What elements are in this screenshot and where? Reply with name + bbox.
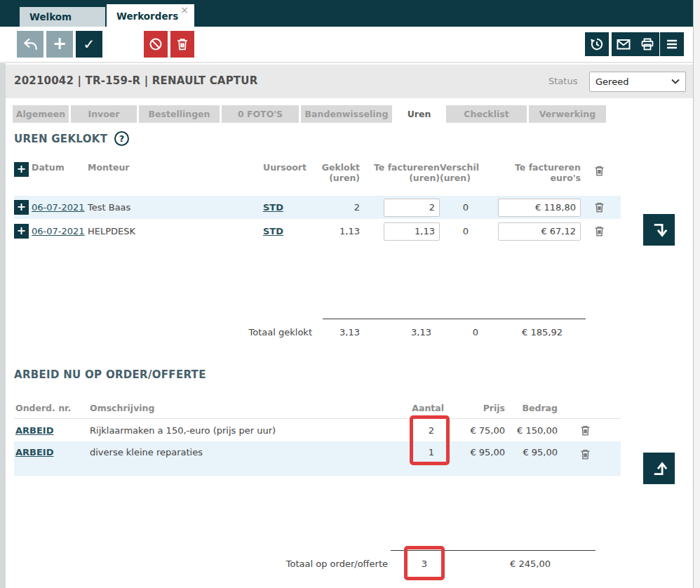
add-row-button[interactable]: +	[14, 162, 29, 177]
delete-button[interactable]	[170, 31, 194, 58]
tab-uren[interactable]: Uren	[394, 105, 444, 123]
col-monteur: Monteur	[88, 162, 263, 173]
col-prijs: Prijs	[444, 403, 505, 413]
window-tab-werkorders-label: Werkorders	[116, 11, 178, 22]
window-tab-bar: Welkom Werkorders ×	[0, 0, 693, 27]
col-datum: Datum	[32, 162, 88, 173]
confirm-button[interactable]: ✓	[76, 31, 102, 58]
monteur-value: Test Baas	[88, 202, 263, 213]
tab-invoer[interactable]: Invoer	[71, 105, 137, 123]
verschil-value: 0	[440, 202, 497, 213]
bedrag-value: € 150,00	[505, 425, 558, 436]
order-tab-bar: Algemeen Invoer Bestellingen 0 FOTO'S Ba…	[13, 105, 606, 123]
bedrag-value: € 95,00	[505, 447, 558, 457]
totaal-geklokt-label: Totaal geklokt	[231, 327, 312, 338]
tab-fotos[interactable]: 0 FOTO'S	[222, 105, 299, 123]
uren-row: + 06-07-2021 Test Baas STD 2 0	[14, 196, 621, 219]
tab-algemeen[interactable]: Algemeen	[13, 105, 69, 123]
window-tab-welkom[interactable]: Welkom	[20, 7, 105, 27]
col-uursoort: Uursoort	[263, 162, 305, 173]
move-down-button[interactable]	[643, 214, 675, 246]
cancel-circle-icon	[147, 36, 164, 53]
arrow-turn-down-icon	[649, 220, 669, 240]
toolbar: + ✓	[0, 27, 693, 63]
col-te-factureren-euros: Te facturereneuro's	[497, 162, 581, 183]
uren-geklokt-heading-text: UREN GEKLOKT	[14, 133, 107, 145]
help-icon[interactable]: ?	[114, 131, 129, 146]
totaal-verschil-value: 0	[428, 327, 478, 338]
history-icon	[588, 36, 605, 53]
uren-table-header: + Datum Monteur Uursoort Geklokt(uren) T…	[14, 162, 621, 189]
delete-row-trash-icon[interactable]	[593, 224, 621, 239]
onderd-nr-link[interactable]: ARBEID	[15, 447, 54, 457]
close-icon[interactable]: ×	[180, 5, 189, 15]
werkorder-app-window: Welkom Werkorders × + ✓	[0, 0, 700, 588]
arbeid-heading-text: ARBEID NU OP ORDER/OFFERTE	[14, 368, 206, 381]
print-button[interactable]	[635, 32, 659, 56]
onderd-nr-link[interactable]: ARBEID	[15, 425, 54, 436]
cancel-button[interactable]	[144, 31, 168, 58]
scrollbar[interactable]	[693, 0, 700, 588]
undo-button[interactable]	[17, 31, 43, 58]
prijs-value: € 95,00	[444, 447, 505, 457]
te-factureren-euros-input[interactable]	[498, 222, 581, 241]
delete-column-trash-icon[interactable]	[593, 163, 621, 178]
geklokt-value: 1,13	[305, 226, 370, 236]
arbeid-row: ARBEID diverse kleine reparaties 1 € 95,…	[14, 441, 621, 476]
tab-checklist[interactable]: Checklist	[446, 105, 527, 123]
add-button[interactable]: +	[46, 31, 73, 58]
aantal-value: 1	[339, 447, 444, 457]
totaal-geklokt-value: 3,13	[307, 327, 360, 338]
col-onderd-nr: Onderd. nr.	[14, 403, 90, 413]
trash-icon	[175, 36, 190, 52]
window-tab-werkorders[interactable]: Werkorders ×	[107, 4, 194, 27]
col-bedrag: Bedrag	[505, 403, 558, 413]
te-factureren-euros-input[interactable]	[498, 199, 581, 217]
status-select[interactable]: Gereed	[589, 72, 686, 92]
status-label: Status	[548, 76, 577, 86]
tab-bestellingen[interactable]: Bestellingen	[139, 105, 220, 123]
delete-row-trash-icon[interactable]	[579, 447, 621, 462]
status-select-wrap: Gereed	[589, 72, 686, 92]
tab-bandenwisseling[interactable]: Bandenwisseling	[301, 105, 392, 123]
left-gutter	[0, 63, 6, 588]
col-verschil: Verschil(uren)	[440, 162, 497, 183]
history-button[interactable]	[585, 32, 609, 56]
tab-verwerking[interactable]: Verwerking	[529, 105, 606, 123]
totaal-bedrag-value: € 245,00	[479, 559, 551, 569]
delete-row-trash-icon[interactable]	[593, 200, 621, 215]
undo-icon	[21, 35, 39, 53]
datum-link[interactable]: 06-07-2021	[32, 202, 85, 213]
verschil-value: 0	[440, 226, 497, 236]
window-tab-welkom-label: Welkom	[29, 11, 72, 22]
totaal-aantal-value: 3	[405, 559, 444, 569]
col-omschrijving: Omschrijving	[90, 403, 339, 413]
totaal-euros-value: € 185,92	[491, 327, 563, 338]
email-button[interactable]	[612, 32, 635, 56]
uren-geklokt-heading: UREN GEKLOKT ?	[14, 131, 129, 146]
uursoort-link[interactable]: STD	[263, 226, 283, 236]
uursoort-link[interactable]: STD	[263, 202, 283, 213]
move-up-button[interactable]	[643, 453, 675, 484]
uren-row: + 06-07-2021 HELPDESK STD 1,13 0	[14, 220, 621, 243]
menu-icon	[664, 36, 680, 53]
arbeid-table-header: Onderd. nr. Omschrijving Aantal Prijs Be…	[14, 401, 621, 415]
omschrijving-value: diverse kleine reparaties	[90, 447, 339, 457]
arbeid-heading: ARBEID NU OP ORDER/OFFERTE	[14, 368, 206, 381]
totaal-te-factureren-value: 3,13	[379, 327, 431, 338]
expand-row-button[interactable]: +	[14, 200, 29, 215]
menu-button[interactable]	[660, 32, 684, 56]
order-header-band: 20210042 | TR-159-R | RENAULT CAPTUR Sta…	[6, 65, 693, 98]
omschrijving-value: Rijklaarmaken a 150,-euro (prijs per uur…	[90, 425, 339, 436]
arrow-turn-up-icon	[649, 459, 669, 479]
totals-divider	[323, 319, 586, 319]
delete-row-trash-icon[interactable]	[579, 423, 621, 438]
prijs-value: € 75,00	[444, 425, 505, 436]
te-factureren-input[interactable]	[384, 222, 440, 241]
col-geklokt: Geklokt(uren)	[305, 162, 370, 183]
email-icon	[615, 36, 632, 53]
totals-divider	[391, 550, 595, 551]
datum-link[interactable]: 06-07-2021	[32, 226, 85, 236]
expand-row-button[interactable]: +	[14, 224, 29, 239]
te-factureren-input[interactable]	[384, 199, 440, 217]
